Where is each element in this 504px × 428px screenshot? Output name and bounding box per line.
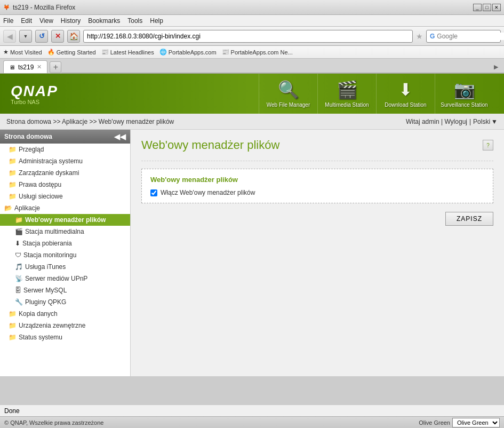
mysql-icon: 🗄 (15, 287, 21, 294)
copyright-text: © QNAP, Wszelkie prawa zastrzeżone (4, 419, 103, 426)
help-button[interactable]: ? (483, 140, 493, 150)
tab-scroll-right-icon[interactable]: ▶ (494, 64, 498, 70)
sidebar-item-itunes[interactable]: 🎵 Usługa iTunes (0, 261, 130, 273)
nav-surveillance-station[interactable]: 📷 Surveillance Station (435, 74, 493, 114)
sidebar-item-label: Pluginy QPKG (25, 298, 66, 306)
content-area: Web'owy menadżer plików ? Web'owy menadż… (131, 130, 504, 376)
nav-multimedia-station[interactable]: 🎬 Multimedia Station (317, 74, 376, 114)
sidebar-item-stacja-monitoringu[interactable]: 🛡 Stacja monitoringu (0, 249, 130, 261)
sidebar-item-upnp[interactable]: 📡 Serwer mediów UPnP (0, 273, 130, 284)
back-button[interactable]: ◀ (3, 30, 16, 43)
plugin-icon: 🔧 (15, 298, 23, 306)
surveillance-station-icon: 📷 (454, 80, 475, 100)
stop-icon: ✕ (55, 32, 61, 40)
qnap-app: QNAP Turbo NAS 🔍 Web File Manager 🎬 Mult… (0, 74, 504, 376)
sidebar-item-aplikacje[interactable]: 📂 Aplikacje (0, 202, 130, 214)
refresh-button[interactable]: ↺ (35, 30, 48, 43)
folder-open-icon: 📂 (4, 204, 12, 212)
language-selector[interactable]: Polski ▼ (473, 118, 498, 125)
theme-label: Olive Green (419, 419, 450, 426)
forward-dropdown[interactable]: ▼ (19, 30, 32, 43)
browser-favicon: 🦊 (3, 4, 10, 10)
folder-icon: 📁 (9, 157, 17, 165)
tab-ts219[interactable]: 🖥 ts219 ✕ (3, 60, 47, 73)
maximize-button[interactable]: □ (483, 4, 491, 11)
sidebar-item-label: Status systemu (19, 334, 62, 341)
sidebar-item-prawa[interactable]: 📁 Prawa dostępu (0, 179, 130, 191)
sidebar-item-przeglad[interactable]: 📁 Przegląd (0, 144, 130, 155)
sidebar-item-label: Aplikacje (14, 204, 40, 212)
web-file-manager-icon: 🔍 (278, 80, 299, 100)
minimize-button[interactable]: _ (473, 4, 482, 11)
sidebar-item-mysql[interactable]: 🗄 Serwer MySQL (0, 284, 130, 296)
user-controls: Witaj admin | Wyloguj | Polski ▼ (406, 118, 498, 125)
sidebar-item-kopia[interactable]: 📁 Kopia danych (0, 308, 130, 320)
menu-view[interactable]: View (39, 17, 53, 25)
upnp-icon: 📡 (15, 275, 23, 282)
sidebar-item-label: Serwer mediów UPnP (25, 275, 87, 282)
sidebar-item-administracja[interactable]: 📁 Administracja systemu (0, 155, 130, 167)
sidebar-item-status[interactable]: 📁 Status systemu (0, 331, 130, 343)
menu-file[interactable]: File (3, 17, 13, 25)
breadcrumb-bar: Strona domowa >> Aplikacje >> Web'owy me… (0, 114, 504, 130)
folder-icon: 📁 (9, 322, 17, 329)
nav-web-file-manager[interactable]: 🔍 Web File Manager (259, 74, 317, 114)
new-tab-button[interactable]: + (50, 61, 61, 73)
url-input[interactable] (87, 33, 409, 40)
bookmark-most-visited[interactable]: ★ Most Visited (3, 49, 42, 56)
folder-icon: 📁 (9, 193, 17, 200)
separator: | (469, 118, 471, 125)
main-layout: Strona domowa ◀◀ 📁 Przegląd 📁 Administra… (0, 130, 504, 376)
sidebar-collapse-button[interactable]: ◀◀ (114, 132, 126, 141)
news2-icon: 📰 (222, 49, 229, 56)
browser-toolbar: ◀ ▼ ↺ ✕ 🏠 ★ G 🔍 (0, 27, 504, 46)
menu-edit[interactable]: Edit (21, 17, 32, 25)
theme-selector[interactable]: Olive Green (452, 418, 500, 427)
nav-download-station[interactable]: ⬇ Download Station (376, 74, 435, 114)
sidebar-item-label: Usługa iTunes (25, 263, 66, 271)
close-button[interactable]: ✕ (492, 4, 501, 11)
menu-tools[interactable]: Tools (127, 17, 142, 25)
home-button[interactable]: 🏠 (67, 30, 80, 43)
page-title: Web'owy menadżer plików ? (141, 138, 493, 152)
sidebar-item-zarzadzanie[interactable]: 📁 Zarządzanie dyskami (0, 167, 130, 179)
sidebar-item-label: Stacja monitoringu (23, 251, 76, 259)
lang-dropdown-icon[interactable]: ▼ (491, 118, 498, 125)
folder-icon: 📁 (9, 334, 17, 341)
bookmark-star-icon[interactable]: ★ (416, 32, 423, 41)
bookmark-portableapps[interactable]: 🌐 PortableApps.com (159, 49, 217, 56)
folder-icon: 📁 (9, 181, 17, 188)
folder-icon: 📁 (9, 169, 17, 177)
enable-web-file-manager-checkbox[interactable] (150, 189, 157, 196)
status-right: Olive Green Olive Green (419, 418, 500, 427)
menu-help[interactable]: Help (150, 17, 163, 25)
tab-close-icon[interactable]: ✕ (37, 64, 42, 70)
itunes-icon: 🎵 (15, 263, 23, 271)
browser-status-text: Done (4, 407, 20, 415)
sidebar: Strona domowa ◀◀ 📁 Przegląd 📁 Administra… (0, 130, 131, 376)
sidebar-header: Strona domowa ◀◀ (0, 130, 130, 144)
address-bar[interactable] (83, 30, 413, 43)
sidebar-item-qpkg[interactable]: 🔧 Pluginy QPKG (0, 296, 130, 308)
folder-icon: 📁 (9, 310, 17, 318)
stop-button[interactable]: ✕ (51, 30, 64, 43)
save-button-row: ZAPISZ (141, 212, 493, 226)
search-input[interactable] (437, 33, 504, 40)
bookmarks-bar: ★ Most Visited 🔥 Getting Started 📰 Lates… (0, 46, 504, 59)
search-bar[interactable]: G 🔍 (426, 30, 501, 43)
save-button[interactable]: ZAPISZ (445, 212, 493, 226)
menu-history[interactable]: History (61, 17, 81, 25)
sidebar-item-uslugi[interactable]: 📁 Usługi sieciowe (0, 191, 130, 202)
bookmark-latest-headlines[interactable]: 📰 Latest Headlines (101, 49, 154, 56)
qnap-nav: 🔍 Web File Manager 🎬 Multimedia Station … (259, 74, 493, 114)
menu-bookmarks[interactable]: Bookmarks (88, 17, 120, 25)
sidebar-item-label: Prawa dostępu (19, 181, 61, 188)
sidebar-item-urzadzenia[interactable]: 📁 Urządzenia zewnętrzne (0, 320, 130, 331)
enable-checkbox-row: Włącz Web'owy menadżer plików (150, 189, 484, 196)
multimedia-icon: 🎬 (15, 228, 23, 235)
sidebar-item-stacja-pobierania[interactable]: ⬇ Stacja pobierania (0, 237, 130, 249)
sidebar-item-web-file-manager[interactable]: 📁 Web'owy menadżer plików (0, 214, 130, 226)
bookmark-getting-started[interactable]: 🔥 Getting Started (47, 49, 96, 56)
bookmark-portableapps-ne[interactable]: 📰 PortableApps.com Ne... (222, 49, 293, 56)
sidebar-item-stacja-multimedialna[interactable]: 🎬 Stacja multimedialna (0, 226, 130, 237)
